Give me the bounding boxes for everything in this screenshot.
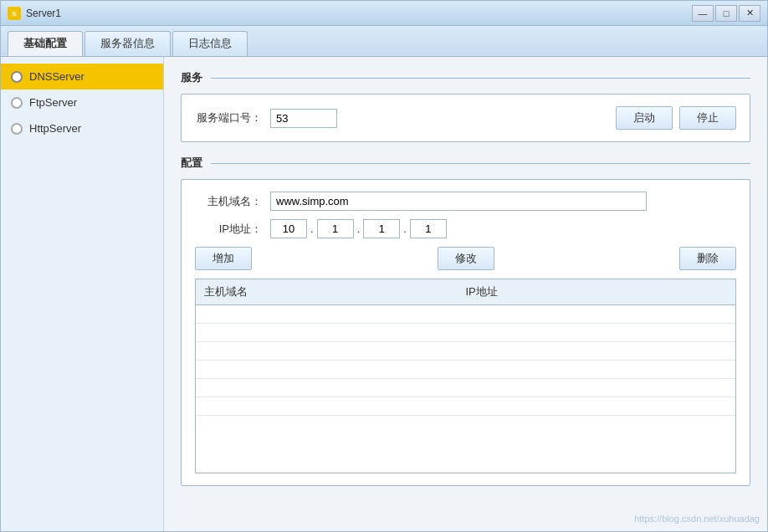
ip-label: IP地址： [195,222,262,237]
dns-table: 主机域名 IP地址 [195,279,736,473]
config-section: 配置 主机域名： IP地址： . . [181,156,750,486]
ip-octet-3[interactable] [363,219,400,238]
main-window: S Server1 — □ ✕ 基础配置 服务器信息 日志信息 DNSServe… [0,0,768,532]
maximize-button[interactable]: □ [715,5,737,22]
service-buttons: 启动 停止 [616,106,736,130]
service-box: 服务端口号： 启动 停止 [181,94,750,142]
tab-bar: 基础配置 服务器信息 日志信息 [1,26,767,57]
table-row[interactable] [196,397,735,416]
dns-circle [11,71,23,83]
sidebar-label-ftp: FtpServer [29,96,77,109]
main-panel: 服务 服务端口号： 启动 停止 配置 [164,57,767,531]
ip-octet-1[interactable] [270,219,307,238]
title-controls: — □ ✕ [692,5,760,22]
service-section: 服务 服务端口号： 启动 停止 [181,70,750,142]
service-section-title: 服务 [181,70,750,85]
add-button[interactable]: 增加 [195,247,252,270]
close-button[interactable]: ✕ [739,5,760,22]
content-area: DNSServer FtpServer HttpServer 服务 服务端口号： [1,57,767,531]
domain-label: 主机域名： [195,194,262,209]
config-box: 主机域名： IP地址： . . . [181,179,750,486]
ip-dot-1: . [310,223,314,235]
delete-button[interactable]: 删除 [679,247,736,270]
service-row: 服务端口号： 启动 停止 [195,106,736,130]
window-title: Server1 [26,8,61,19]
action-buttons: 增加 修改 删除 [195,247,736,270]
http-circle [11,123,23,135]
title-bar-left: S Server1 [8,7,61,20]
ip-dot-3: . [403,223,407,235]
table-row[interactable] [196,305,735,324]
sidebar-label-http: HttpServer [29,122,81,135]
table-header: 主机域名 IP地址 [196,279,735,305]
table-row[interactable] [196,361,735,379]
modify-button[interactable]: 修改 [438,247,494,270]
sidebar: DNSServer FtpServer HttpServer [1,57,164,531]
sidebar-label-dns: DNSServer [29,70,84,83]
port-input[interactable] [270,109,337,128]
start-button[interactable]: 启动 [616,106,673,130]
ip-group: . . . [270,219,447,238]
ip-octet-4[interactable] [410,219,447,238]
col-domain: 主机域名 [204,284,466,299]
tab-log[interactable]: 日志信息 [172,31,248,56]
ip-dot-2: . [357,223,361,235]
tab-server[interactable]: 服务器信息 [84,31,171,56]
tab-basic[interactable]: 基础配置 [8,31,83,56]
table-row[interactable] [196,416,735,434]
title-bar: S Server1 — □ ✕ [1,1,767,26]
minimize-button[interactable]: — [692,5,714,22]
port-label: 服务端口号： [195,110,262,125]
table-row[interactable] [196,324,735,342]
stop-button[interactable]: 停止 [679,106,736,130]
svg-text:S: S [12,10,17,18]
ftp-circle [11,97,23,109]
col-ip: IP地址 [466,284,728,299]
sidebar-item-http[interactable]: HttpServer [1,115,163,141]
sidebar-item-dns[interactable]: DNSServer [1,64,163,90]
ip-row: IP地址： . . . [195,219,736,238]
sidebar-item-ftp[interactable]: FtpServer [1,90,163,115]
table-body [196,305,735,473]
domain-input[interactable] [270,192,647,211]
config-section-title: 配置 [181,156,750,171]
table-row[interactable] [196,379,735,397]
table-row[interactable] [196,342,735,361]
domain-row: 主机域名： [195,192,736,211]
ip-octet-2[interactable] [317,219,354,238]
app-icon: S [8,7,21,20]
